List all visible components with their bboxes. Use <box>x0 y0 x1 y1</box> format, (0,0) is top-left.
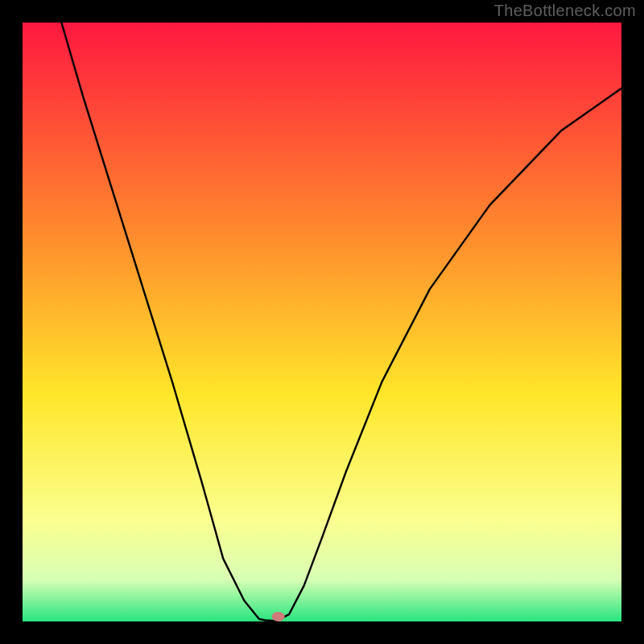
optimal-point-marker <box>272 612 285 621</box>
bottleneck-chart <box>0 0 644 644</box>
plot-background <box>23 23 621 621</box>
chart-frame: TheBottleneck.com <box>0 0 644 644</box>
